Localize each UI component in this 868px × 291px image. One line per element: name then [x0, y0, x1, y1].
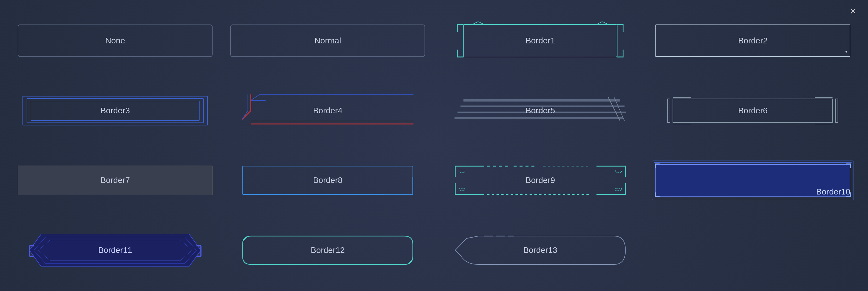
cell-border11-label: Border11	[98, 246, 132, 255]
border13-preview: Border13	[453, 235, 628, 265]
cell-none[interactable]: None	[18, 12, 213, 70]
cell-empty	[655, 221, 850, 280]
cell-normal[interactable]: Normal	[230, 12, 425, 70]
cell-border10[interactable]: Border10	[655, 151, 850, 210]
cell-border3[interactable]: Border3	[18, 82, 213, 140]
border3-preview: Border3	[23, 96, 208, 125]
border6-preview: Border6	[660, 96, 845, 125]
cell-border13-label: Border13	[523, 246, 557, 255]
cell-border5-label: Border5	[526, 106, 555, 115]
cell-border7[interactable]: Border7	[18, 151, 213, 210]
svg-rect-31	[616, 188, 622, 191]
svg-rect-29	[616, 170, 622, 172]
cell-border4[interactable]: Border4	[230, 82, 425, 140]
border5-preview: Border5	[443, 95, 638, 127]
border10-preview: Border10	[655, 164, 850, 196]
close-button[interactable]: ×	[850, 6, 856, 16]
svg-rect-15	[668, 99, 670, 122]
svg-line-4	[242, 111, 251, 119]
border7-preview: Border7	[18, 166, 213, 195]
cell-border8-label: Border8	[313, 176, 343, 185]
cell-border6-label: Border6	[738, 106, 768, 115]
border12-preview: Border12	[230, 235, 425, 265]
border4-preview: Border4	[230, 95, 425, 127]
cell-border10-label: Border10	[816, 187, 850, 196]
cell-normal-label: Normal	[314, 36, 341, 45]
cell-border12-label: Border12	[311, 246, 345, 255]
cell-border9-label: Border9	[526, 176, 555, 185]
cell-border1[interactable]: Border1	[443, 12, 638, 70]
cell-border3-label: Border3	[100, 106, 130, 115]
cell-border2-label: Border2	[738, 36, 768, 45]
border2-preview: Border2	[655, 25, 850, 57]
cell-border13[interactable]: Border13	[443, 221, 638, 280]
svg-rect-16	[835, 99, 838, 122]
cell-border11[interactable]: Border11	[18, 221, 213, 280]
border-grid: None Normal	[18, 12, 850, 279]
border-picker-dialog: × None Normal	[0, 0, 868, 291]
cell-none-label: None	[105, 36, 125, 45]
cell-border9[interactable]: Border9	[443, 151, 638, 210]
cell-border5[interactable]: Border5	[443, 82, 638, 140]
border1-preview: Border1	[443, 22, 638, 60]
border11-preview: Border11	[18, 234, 213, 266]
svg-rect-30	[459, 188, 465, 191]
cell-border2[interactable]: Border2	[655, 12, 850, 70]
border9-preview: Border9	[443, 166, 638, 195]
border8-preview: Border8	[230, 166, 425, 195]
svg-rect-28	[459, 170, 465, 172]
cell-border7-label: Border7	[100, 176, 130, 185]
cell-border1-label: Border1	[526, 36, 555, 45]
cell-border8[interactable]: Border8	[230, 151, 425, 210]
cell-border4-label: Border4	[313, 106, 343, 115]
cell-border12[interactable]: Border12	[230, 221, 425, 280]
cell-border6[interactable]: Border6	[655, 82, 850, 140]
